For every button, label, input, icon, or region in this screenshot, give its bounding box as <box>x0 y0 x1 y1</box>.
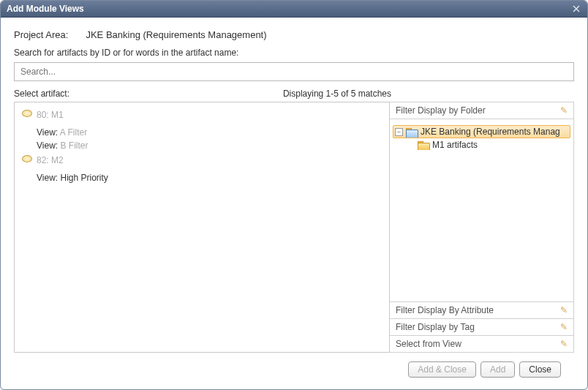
artifact-item[interactable]: 82: M2 <box>22 154 386 167</box>
add-button[interactable]: Add <box>480 361 515 378</box>
pencil-icon[interactable]: ✎ <box>560 105 568 116</box>
module-icon <box>22 155 32 162</box>
collapse-icon[interactable]: − <box>395 128 403 136</box>
view-label: View: <box>37 140 60 151</box>
artifact-id: 80: M1 <box>37 108 64 121</box>
view-item[interactable]: View: High Priority <box>37 171 386 184</box>
folder-tree: − JKE Banking (Requirements Manag M1 art… <box>390 119 574 302</box>
pencil-icon[interactable]: ✎ <box>560 339 568 349</box>
filter-by-attribute-label: Filter Display By Attribute <box>396 305 494 315</box>
search-label: Search for artifacts by ID or for words … <box>14 48 574 58</box>
filter-by-tag-header[interactable]: Filter Display by Tag ✎ <box>390 319 574 336</box>
view-name: High Priority <box>60 173 108 183</box>
displaying-label: Displaying 1-5 of 5 matches <box>283 89 391 99</box>
filter-by-folder-header[interactable]: Filter Display by Folder ✎ <box>390 102 574 119</box>
list-header: Select artifact: Displaying 1-5 of 5 mat… <box>14 89 574 99</box>
tree-node-label: JKE Banking (Requirements Manag <box>421 127 560 137</box>
close-icon[interactable] <box>571 4 581 14</box>
pencil-icon[interactable]: ✎ <box>560 305 568 315</box>
folder-open-icon <box>406 127 418 137</box>
tree-node-child[interactable]: M1 artifacts <box>418 140 570 150</box>
project-area-label: Project Area: <box>14 29 68 40</box>
project-area-row: Project Area: JKE Banking (Requirements … <box>14 29 574 40</box>
artifact-id: 82: M2 <box>37 154 64 167</box>
dialog-add-module-views: Add Module Views Project Area: JKE Banki… <box>0 0 588 390</box>
close-button[interactable]: Close <box>519 361 561 378</box>
pencil-icon[interactable]: ✎ <box>560 322 568 332</box>
view-item[interactable]: View: B Filter <box>37 139 386 152</box>
filter-by-attribute-header[interactable]: Filter Display By Attribute ✎ <box>390 302 574 319</box>
view-item[interactable]: View: A Filter <box>37 126 386 139</box>
project-area-value: JKE Banking (Requirements Management) <box>86 29 266 40</box>
artifact-item[interactable]: 80: M1 <box>22 108 386 121</box>
folder-icon <box>418 140 429 150</box>
select-artifact-label: Select artifact: <box>14 89 69 99</box>
panels: 80: M1 View: A Filter View: B Filter 82:… <box>14 102 574 353</box>
artifact-list[interactable]: 80: M1 View: A Filter View: B Filter 82:… <box>14 102 390 353</box>
tree-node-root[interactable]: − JKE Banking (Requirements Manag <box>393 125 570 138</box>
module-icon <box>22 110 32 117</box>
view-label: View: <box>37 173 60 183</box>
filter-panel: Filter Display by Folder ✎ − JKE Banking… <box>390 102 574 353</box>
dialog-content: Project Area: JKE Banking (Requirements … <box>1 18 587 389</box>
view-name: A Filter <box>60 127 87 138</box>
tree-node-label: M1 artifacts <box>432 140 478 150</box>
search-input[interactable] <box>14 62 574 81</box>
filter-by-tag-label: Filter Display by Tag <box>396 322 475 332</box>
titlebar: Add Module Views <box>1 1 587 18</box>
filter-by-folder-label: Filter Display by Folder <box>396 105 486 116</box>
dialog-title: Add Module Views <box>7 4 84 14</box>
add-and-close-button[interactable]: Add & Close <box>408 361 476 378</box>
select-from-view-header[interactable]: Select from View ✎ <box>390 336 574 353</box>
button-bar: Add & Close Add Close <box>14 353 574 386</box>
view-name: B Filter <box>60 140 88 151</box>
select-from-view-label: Select from View <box>396 339 461 349</box>
view-label: View: <box>37 127 60 138</box>
